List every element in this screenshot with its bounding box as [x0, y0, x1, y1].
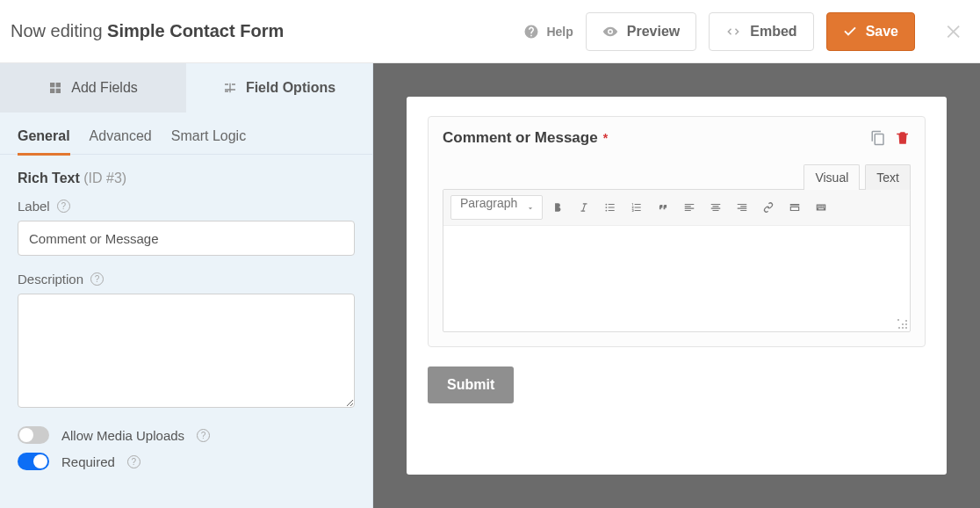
list-ol-icon — [631, 201, 643, 214]
insert-icon — [789, 201, 801, 214]
editor-tab-visual-label: Visual — [815, 171, 848, 185]
align-left-icon — [683, 201, 695, 214]
sidebar-tabs: Add Fields Field Options — [0, 63, 372, 112]
help-icon[interactable]: ? — [57, 200, 70, 213]
label-input[interactable] — [18, 221, 355, 256]
toolbar-quote[interactable] — [652, 196, 674, 219]
link-icon — [762, 201, 775, 214]
editor-tab-text[interactable]: Text — [865, 164, 911, 190]
form-canvas: Comment or Message * Visual Text — [373, 63, 980, 508]
duplicate-button[interactable] — [870, 130, 886, 146]
delete-button[interactable] — [895, 130, 911, 146]
subtab-general[interactable]: General — [18, 123, 70, 156]
tab-add-fields[interactable]: Add Fields — [0, 63, 186, 112]
save-button[interactable]: Save — [826, 12, 915, 51]
tab-options-label: Field Options — [246, 80, 335, 96]
italic-icon — [578, 201, 590, 214]
toolbar-align-left[interactable] — [678, 196, 701, 219]
help-icon[interactable]: ? — [90, 272, 104, 286]
list-ul-icon — [604, 201, 616, 214]
toolbar-align-right[interactable] — [731, 196, 753, 219]
description-title: Description — [18, 272, 83, 287]
toggle-media-uploads[interactable] — [18, 426, 49, 444]
save-label: Save — [866, 24, 898, 40]
toggle-required-row: Required ? — [18, 453, 355, 470]
help-icon[interactable]: ? — [197, 429, 210, 442]
tab-field-options[interactable]: Field Options — [186, 63, 372, 112]
editor-toolbar: Paragraph — [443, 190, 910, 226]
align-center-icon — [710, 201, 722, 214]
help-label: Help — [546, 25, 573, 39]
field-type-heading: Rich Text (ID #3) — [18, 171, 355, 186]
editor-mode-tabs: Visual Text — [443, 164, 911, 190]
label-title-row: Label ? — [18, 199, 355, 214]
subtab-advanced[interactable]: Advanced — [90, 123, 152, 154]
option-subtabs: General Advanced Smart Logic — [0, 112, 372, 155]
topbar-actions: Help Preview Embed Save — [523, 12, 964, 51]
toggle-media-uploads-row: Allow Media Uploads ? — [18, 426, 355, 444]
svg-point-2 — [606, 210, 608, 212]
subtab-smart-logic[interactable]: Smart Logic — [171, 123, 246, 154]
keyboard-icon — [815, 201, 827, 214]
page-title: Now editing Simple Contact Form — [11, 21, 284, 41]
toolbar-italic[interactable] — [573, 196, 595, 219]
form-card: Comment or Message * Visual Text — [407, 97, 947, 475]
toolbar-insert[interactable] — [783, 196, 806, 219]
resize-handle[interactable] — [897, 319, 908, 330]
tab-add-label: Add Fields — [71, 80, 138, 96]
preview-button[interactable]: Preview — [586, 12, 696, 51]
eye-icon — [602, 24, 618, 40]
svg-point-1 — [606, 207, 608, 208]
preview-label: Preview — [627, 24, 680, 40]
toolbar-numbers[interactable] — [625, 196, 648, 219]
close-button[interactable] — [945, 22, 964, 41]
title-prefix: Now editing — [11, 21, 103, 40]
code-icon — [725, 24, 741, 40]
field-type: Rich Text — [18, 171, 80, 185]
field-label: Comment or Message — [443, 129, 598, 147]
subtab-advanced-label: Advanced — [90, 128, 152, 143]
toolbar-more[interactable] — [810, 196, 832, 219]
align-right-icon — [736, 201, 748, 214]
description-input[interactable] — [18, 294, 355, 408]
field-rich-text[interactable]: Comment or Message * Visual Text — [428, 116, 926, 347]
subtab-general-label: General — [18, 128, 70, 143]
toggle-required-label: Required — [61, 454, 115, 469]
toolbar-align-center[interactable] — [704, 196, 727, 219]
chevron-down-icon — [526, 204, 535, 213]
close-icon — [945, 22, 964, 41]
subtab-smart-label: Smart Logic — [171, 128, 246, 143]
label-field: Label ? — [18, 199, 355, 256]
embed-button[interactable]: Embed — [709, 12, 813, 51]
help-link[interactable]: Help — [523, 24, 573, 40]
grid-icon — [48, 81, 62, 95]
editor-body[interactable] — [443, 226, 910, 331]
toolbar-bold[interactable] — [546, 196, 569, 219]
editor-tab-visual[interactable]: Visual — [803, 164, 860, 190]
embed-label: Embed — [750, 24, 796, 40]
form-name: Simple Contact Form — [107, 21, 284, 40]
required-star: * — [603, 131, 608, 145]
trash-icon — [895, 130, 911, 146]
quote-icon — [657, 201, 669, 214]
toggle-media-uploads-label: Allow Media Uploads — [61, 428, 184, 443]
help-icon — [523, 24, 539, 40]
copy-icon — [870, 130, 886, 146]
toolbar-link[interactable] — [757, 196, 780, 219]
description-field: Description ? — [18, 272, 355, 410]
workspace: Add Fields Field Options General Advance… — [0, 63, 980, 508]
submit-label: Submit — [447, 377, 494, 392]
sidebar: Add Fields Field Options General Advance… — [0, 63, 373, 508]
field-id: (ID #3) — [83, 171, 126, 185]
options-panel: Rich Text (ID #3) Label ? Description ? — [0, 155, 372, 508]
paragraph-select[interactable]: Paragraph — [450, 195, 543, 220]
toggle-required[interactable] — [18, 453, 49, 470]
sliders-icon — [223, 81, 237, 95]
toolbar-bullets[interactable] — [599, 196, 622, 219]
submit-button[interactable]: Submit — [428, 366, 514, 403]
field-header: Comment or Message * — [443, 129, 911, 147]
check-icon — [843, 25, 857, 39]
help-icon[interactable]: ? — [127, 455, 141, 468]
top-bar: Now editing Simple Contact Form Help Pre… — [0, 0, 980, 63]
description-title-row: Description ? — [18, 272, 355, 287]
